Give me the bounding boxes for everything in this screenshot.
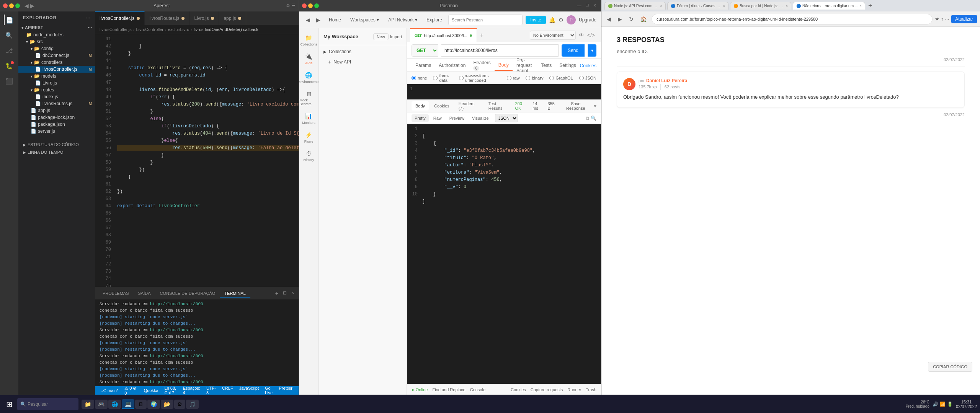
pm-find-replace[interactable]: Find and Replace bbox=[432, 387, 465, 392]
browser-new-tab-btn[interactable]: + bbox=[867, 2, 874, 10]
resp-copy-btn[interactable]: ⧉ bbox=[586, 115, 589, 121]
postman-max-btn[interactable] bbox=[314, 3, 319, 8]
activity-explorer[interactable]: 📄 bbox=[4, 15, 15, 25]
body-radio-raw[interactable] bbox=[507, 76, 511, 80]
taskbar-search[interactable]: 🔍 Pesquisar bbox=[17, 398, 78, 410]
taskbar-app-1[interactable]: 📁 bbox=[82, 400, 94, 409]
req-auth-tab[interactable]: Authorization bbox=[435, 60, 469, 70]
browser-forward-btn[interactable]: ▶ bbox=[616, 15, 624, 24]
req-headers-tab[interactable]: Headers 6 bbox=[469, 58, 494, 73]
copy-code-btn[interactable]: COPIAR CÓDIGO bbox=[928, 362, 972, 372]
postman-sidebar-flows[interactable]: ⚡ Flows bbox=[300, 128, 318, 146]
status-encoding[interactable]: UTF-8 bbox=[203, 386, 219, 395]
postman-api-network-btn[interactable]: API Network ▾ bbox=[385, 16, 420, 24]
taskbar-app-8[interactable]: ⚙ bbox=[174, 400, 185, 409]
postman-new-tab-btn[interactable]: + bbox=[477, 28, 487, 42]
taskbar-start-btn[interactable]: ⊞ bbox=[3, 400, 16, 409]
postman-send-arrow-btn[interactable]: ▾ bbox=[588, 44, 596, 57]
browser-back-btn[interactable]: ◀ bbox=[604, 15, 613, 24]
taskbar-terminal[interactable]: 🖥 bbox=[135, 400, 147, 409]
taskbar-chrome[interactable]: 🌍 bbox=[147, 400, 160, 409]
resp-pretty-tab[interactable]: Pretty bbox=[412, 114, 429, 122]
resp-visualize-tab[interactable]: Visualize bbox=[469, 114, 492, 122]
resp-test-results-tab[interactable]: Test Results bbox=[485, 99, 514, 113]
sidebar-livroscontroller[interactable]: 📄 livrosController.js M bbox=[18, 66, 95, 73]
sidebar-node-modules[interactable]: 📁 node_modules bbox=[18, 31, 95, 38]
response-body[interactable]: 12345678910 [ { "_id": "e3f0fab7c34b5afe… bbox=[407, 124, 601, 384]
resp-format-select[interactable]: JSON bbox=[495, 114, 518, 122]
vscode-close-btn[interactable] bbox=[3, 3, 8, 8]
sidebar-livrosroutes[interactable]: 📄 livrosRoutes.js M bbox=[18, 100, 95, 107]
activity-search[interactable]: 🔍 bbox=[4, 30, 15, 41]
browser-tab-1[interactable]: 🟢 Node.js: API Rest com Express e ... × bbox=[604, 2, 666, 10]
sidebar-packagejson[interactable]: 📄 package.json bbox=[18, 121, 95, 128]
taskbar-app-3[interactable]: 🌐 bbox=[108, 400, 121, 409]
pm-capture-requests[interactable]: Capture requests bbox=[531, 387, 563, 392]
sidebar-dbconnect[interactable]: 📄 dbConnect.js M bbox=[18, 52, 95, 59]
postman-send-btn[interactable]: Send bbox=[562, 44, 585, 57]
postman-sidebar-apis[interactable]: 🔌 APIs bbox=[300, 50, 318, 68]
postman-invite-btn[interactable]: Invite bbox=[526, 16, 546, 24]
tab1-close[interactable]: × bbox=[660, 4, 662, 8]
postman-notification-icon[interactable]: 🔔 bbox=[549, 17, 555, 23]
req-params-tab[interactable]: Params bbox=[412, 60, 435, 70]
req-body-tab[interactable]: Body bbox=[495, 60, 513, 71]
sidebar-index[interactable]: 📄 index.js bbox=[18, 93, 95, 100]
resp-preview-tab[interactable]: Preview bbox=[446, 114, 467, 122]
browser-tab-2[interactable]: 🔵 Fórum | Alura - Cursos online d... × bbox=[667, 2, 728, 10]
pm-trash[interactable]: Trash bbox=[586, 387, 596, 392]
resp-more-icon[interactable]: ▾ bbox=[594, 103, 596, 109]
sidebar-apirest[interactable]: ▾ APIREST ··· bbox=[18, 24, 95, 31]
postman-collections-item[interactable]: ▶ Collections bbox=[319, 47, 407, 57]
postman-min-btn[interactable] bbox=[308, 3, 313, 8]
vscode-max-btn[interactable] bbox=[15, 3, 20, 8]
sidebar-package-lock[interactable]: 📄 package-lock.json bbox=[18, 114, 95, 121]
browser-fav-btn[interactable]: ★ bbox=[935, 16, 939, 22]
postman-import-btn[interactable]: Import bbox=[390, 33, 402, 40]
postman-eye-icon[interactable]: 👁 bbox=[579, 32, 584, 38]
body-radio-formdata[interactable] bbox=[433, 76, 438, 80]
postman-nav-forward[interactable]: ▶ bbox=[314, 15, 323, 24]
sidebar-livro[interactable]: 📄 Livro.js bbox=[18, 80, 95, 86]
resp-search-btn[interactable]: 🔍 bbox=[591, 115, 596, 121]
taskbar-app-9[interactable]: 🎵 bbox=[186, 400, 199, 409]
code-content[interactable]: } } static excluirLivro = (req,res) => {… bbox=[114, 34, 299, 287]
taskbar-files[interactable]: 📂 bbox=[161, 400, 173, 409]
req-tests-tab[interactable]: Tests bbox=[537, 60, 555, 70]
postman-avatar[interactable]: P bbox=[567, 15, 576, 24]
postman-new-api-item[interactable]: + New API bbox=[319, 57, 407, 67]
postman-nav-back[interactable]: ◀ bbox=[304, 15, 312, 24]
browser-more-btn[interactable]: ··· bbox=[945, 16, 949, 22]
postman-restore[interactable]: □ bbox=[585, 2, 590, 9]
postman-upgrade-btn[interactable]: Upgrade bbox=[579, 17, 596, 23]
terminal-add-btn[interactable]: + bbox=[274, 290, 280, 296]
postman-sidebar-collections[interactable]: 📁 Collections bbox=[300, 31, 318, 49]
activity-extensions[interactable]: ⬛ bbox=[4, 76, 15, 86]
browser-refresh-btn[interactable]: Atualizar bbox=[951, 15, 977, 23]
postman-settings-icon[interactable]: ⚙ bbox=[559, 17, 564, 23]
postman-close-btn[interactable] bbox=[302, 3, 307, 8]
status-language[interactable]: JavaScript bbox=[236, 386, 262, 395]
postman-search-input[interactable] bbox=[448, 15, 523, 25]
postman-sidebar-history[interactable]: ⏱ History bbox=[300, 147, 318, 165]
sidebar-appjs[interactable]: 📄 app.js bbox=[18, 107, 95, 114]
postman-env-select[interactable]: No Environment bbox=[530, 31, 576, 40]
body-radio-json[interactable] bbox=[579, 76, 584, 80]
resp-raw-tab[interactable]: Raw bbox=[430, 114, 445, 122]
body-radio-none[interactable] bbox=[412, 76, 416, 80]
browser-tab-3[interactable]: 🟠 Busca por Id | Node.js: API Rest ... × bbox=[730, 2, 791, 10]
sidebar-menu[interactable]: ··· bbox=[86, 15, 90, 21]
status-branch[interactable]: ⎇ main* bbox=[98, 388, 121, 393]
pm-console[interactable]: Console bbox=[470, 387, 485, 392]
status-spaces[interactable]: Espaços: 4 bbox=[180, 386, 203, 395]
pm-runner[interactable]: Runner bbox=[567, 387, 581, 392]
sidebar-routes[interactable]: ▾📂 routes bbox=[18, 86, 95, 93]
postman-sidebar-monitors[interactable]: 📊 Monitors bbox=[300, 110, 318, 128]
terminal-tab-problems[interactable]: PROBLEMAS bbox=[98, 289, 133, 298]
browser-reload-btn[interactable]: ↻ bbox=[627, 15, 636, 24]
browser-url-input[interactable] bbox=[652, 14, 933, 24]
sidebar-models[interactable]: ▾📂 models bbox=[18, 73, 95, 80]
cookies-link[interactable]: Cookies bbox=[580, 63, 596, 68]
postman-new-btn[interactable]: New bbox=[373, 33, 389, 40]
pm-cookies-link[interactable]: Cookies bbox=[511, 387, 526, 392]
